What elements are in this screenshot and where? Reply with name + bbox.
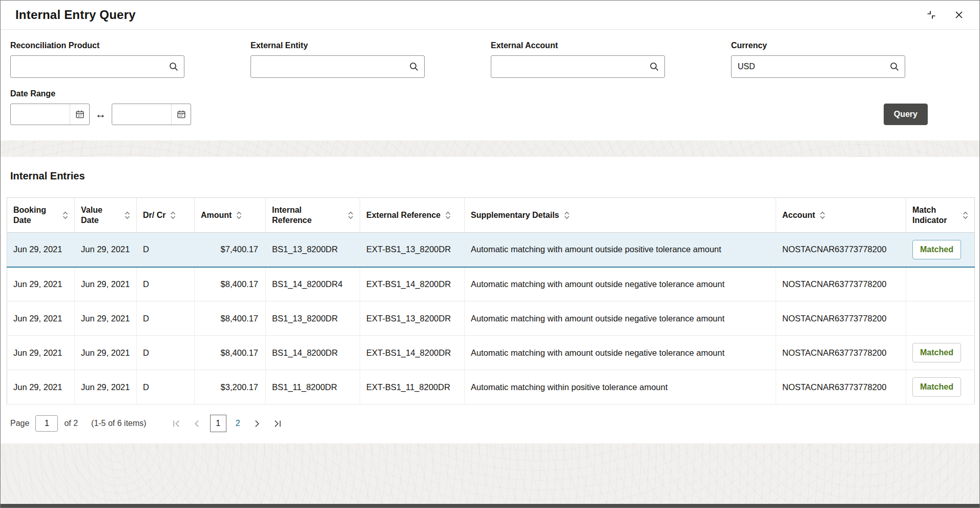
date-from-input[interactable] <box>11 110 70 119</box>
filter-panel: Reconciliation Product External Entity <box>1 30 979 140</box>
column-header-booking-date[interactable]: Booking Date <box>7 198 75 233</box>
window-controls <box>922 6 968 24</box>
external-entity-field: External Entity <box>251 41 425 78</box>
sort-icon[interactable] <box>170 211 176 219</box>
external-entity-input[interactable] <box>251 62 404 71</box>
window-header: Internal Entry Query <box>1 1 979 30</box>
reconciliation-product-input[interactable] <box>11 62 163 71</box>
query-button[interactable]: Query <box>884 104 928 125</box>
table-row[interactable]: Jun 29, 2021 Jun 29, 2021 D $8,400.17 BS… <box>7 336 975 370</box>
date-range-label: Date Range <box>10 89 191 98</box>
external-account-field: External Account <box>491 41 665 78</box>
column-header-match-indicator[interactable]: Match Indicator <box>906 198 975 233</box>
sort-icon[interactable] <box>564 211 570 219</box>
external-account-label: External Account <box>491 41 665 50</box>
sort-icon[interactable] <box>820 211 825 219</box>
match-indicator-badge[interactable]: Matched <box>912 377 961 397</box>
column-header-amount[interactable]: Amount <box>195 198 266 233</box>
content-panel: Internal Entries Booking Date Value Date… <box>1 157 979 443</box>
external-account-input[interactable] <box>491 62 644 71</box>
column-header-account[interactable]: Account <box>776 198 906 233</box>
calendar-icon[interactable] <box>70 104 89 125</box>
date-to-input[interactable] <box>112 110 171 119</box>
items-summary: (1-5 of 6 items) <box>91 419 147 428</box>
sort-icon[interactable] <box>236 211 242 219</box>
page-number-input[interactable] <box>35 415 58 432</box>
column-header-external-reference[interactable]: External Reference <box>360 198 465 233</box>
currency-input[interactable] <box>732 62 884 71</box>
sort-icon[interactable] <box>124 211 130 219</box>
restore-icon[interactable] <box>922 6 941 24</box>
calendar-icon[interactable] <box>171 104 191 125</box>
match-indicator-badge[interactable]: Matched <box>912 343 961 362</box>
search-icon[interactable] <box>404 56 424 77</box>
page-of-label: of 2 <box>64 419 78 428</box>
date-range-field: Date Range ↔ <box>10 89 191 125</box>
match-indicator-badge[interactable]: Matched <box>912 240 961 259</box>
page-number-link[interactable]: 2 <box>232 417 244 430</box>
next-page-icon[interactable] <box>249 416 265 431</box>
column-header-internal-reference[interactable]: Internal Reference <box>266 198 360 233</box>
table-row[interactable]: Jun 29, 2021 Jun 29, 2021 D $7,400.17 BS… <box>7 233 975 267</box>
pagination: Page of 2 (1-5 of 6 items) 1 2 <box>10 415 979 432</box>
column-header-supplementary-details[interactable]: Supplementary Details <box>465 198 776 233</box>
sort-icon[interactable] <box>445 211 451 219</box>
currency-field: Currency <box>731 41 905 78</box>
section-title: Internal Entries <box>10 170 979 182</box>
search-icon[interactable] <box>644 56 664 77</box>
table-row[interactable]: Jun 29, 2021 Jun 29, 2021 D $8,400.17 BS… <box>7 267 975 301</box>
page-number-current[interactable]: 1 <box>210 415 226 432</box>
previous-page-icon[interactable] <box>190 416 205 431</box>
column-header-value-date[interactable]: Value Date <box>75 198 137 233</box>
search-icon[interactable] <box>884 56 905 77</box>
column-header-dr-cr[interactable]: Dr/ Cr <box>137 198 195 233</box>
last-page-icon[interactable] <box>270 416 285 431</box>
sort-icon[interactable] <box>348 211 353 219</box>
close-icon[interactable] <box>950 6 968 24</box>
reconciliation-product-label: Reconciliation Product <box>10 41 184 50</box>
table-row[interactable]: Jun 29, 2021 Jun 29, 2021 D $3,200.17 BS… <box>7 370 975 404</box>
internal-entry-query-window: Internal Entry Query Reconciliation Prod… <box>0 0 980 508</box>
page-title: Internal Entry Query <box>15 8 136 22</box>
reconciliation-product-field: Reconciliation Product <box>10 41 184 78</box>
page-label: Page <box>10 419 29 428</box>
sort-icon[interactable] <box>62 211 68 219</box>
table-header-row: Booking Date Value Date Dr/ Cr Amount In… <box>7 198 975 233</box>
date-range-arrow-icon: ↔ <box>95 108 106 120</box>
page-navigation: 1 2 <box>169 415 285 432</box>
window-bottom-edge <box>1 504 979 507</box>
currency-label: Currency <box>731 41 905 50</box>
first-page-icon[interactable] <box>169 416 184 431</box>
sort-icon[interactable] <box>963 211 968 219</box>
internal-entries-table: Booking Date Value Date Dr/ Cr Amount In… <box>7 197 975 404</box>
external-entity-label: External Entity <box>251 41 425 50</box>
table-row[interactable]: Jun 29, 2021 Jun 29, 2021 D $8,400.17 BS… <box>7 301 975 336</box>
search-icon[interactable] <box>163 56 184 77</box>
